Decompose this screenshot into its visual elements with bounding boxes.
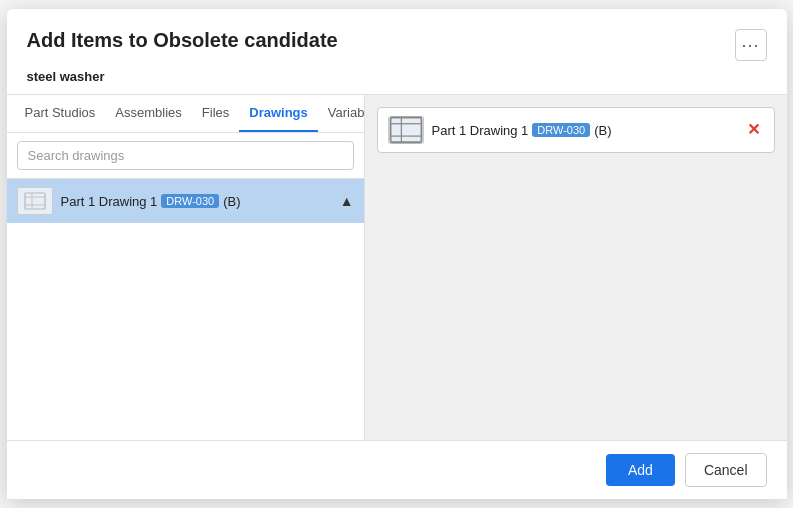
tabs-bar: Part Studios Assemblies Files Drawings V… <box>7 95 364 133</box>
tab-part-studios[interactable]: Part Studios <box>15 95 106 132</box>
selected-item-suffix: (B) <box>594 123 611 138</box>
tab-drawings[interactable]: Drawings <box>239 95 318 132</box>
dialog-header: Add Items to Obsolete candidate ··· <box>7 9 787 69</box>
dialog: Add Items to Obsolete candidate ··· stee… <box>7 9 787 499</box>
svg-rect-4 <box>390 118 421 143</box>
cancel-button[interactable]: Cancel <box>685 453 767 487</box>
tab-files[interactable]: Files <box>192 95 239 132</box>
item-name: Part 1 Drawing 1 <box>61 194 158 209</box>
selected-item-label: Part 1 Drawing 1 DRW-030 (B) <box>432 123 735 138</box>
item-thumbnail <box>17 187 53 215</box>
list-items: Part 1 Drawing 1 DRW-030 (B) ▲ <box>7 179 364 440</box>
search-input[interactable] <box>17 141 354 170</box>
add-button[interactable]: Add <box>606 454 675 486</box>
remove-item-button[interactable]: ✕ <box>743 122 764 138</box>
dialog-title: Add Items to Obsolete candidate <box>27 29 338 52</box>
dialog-footer: Add Cancel <box>7 440 787 499</box>
selected-item-name: Part 1 Drawing 1 <box>432 123 529 138</box>
tab-assemblies[interactable]: Assemblies <box>105 95 191 132</box>
selected-thumbnail <box>388 116 424 144</box>
search-box <box>7 133 364 179</box>
dialog-body: Part Studios Assemblies Files Drawings V… <box>7 94 787 440</box>
left-panel: Part Studios Assemblies Files Drawings V… <box>7 95 365 440</box>
dialog-subtitle: steel washer <box>7 69 787 94</box>
item-code: DRW-030 <box>161 194 219 208</box>
list-item[interactable]: Part 1 Drawing 1 DRW-030 (B) ▲ <box>7 179 364 223</box>
item-suffix: (B) <box>223 194 240 209</box>
more-icon: ··· <box>741 35 759 56</box>
more-options-button[interactable]: ··· <box>735 29 767 61</box>
right-panel: Part 1 Drawing 1 DRW-030 (B) ✕ <box>365 95 787 440</box>
item-label: Part 1 Drawing 1 DRW-030 (B) <box>61 194 332 209</box>
add-indicator-icon: ▲ <box>340 193 354 209</box>
selected-item: Part 1 Drawing 1 DRW-030 (B) ✕ <box>377 107 775 153</box>
svg-rect-0 <box>25 193 45 209</box>
selected-item-code: DRW-030 <box>532 123 590 137</box>
